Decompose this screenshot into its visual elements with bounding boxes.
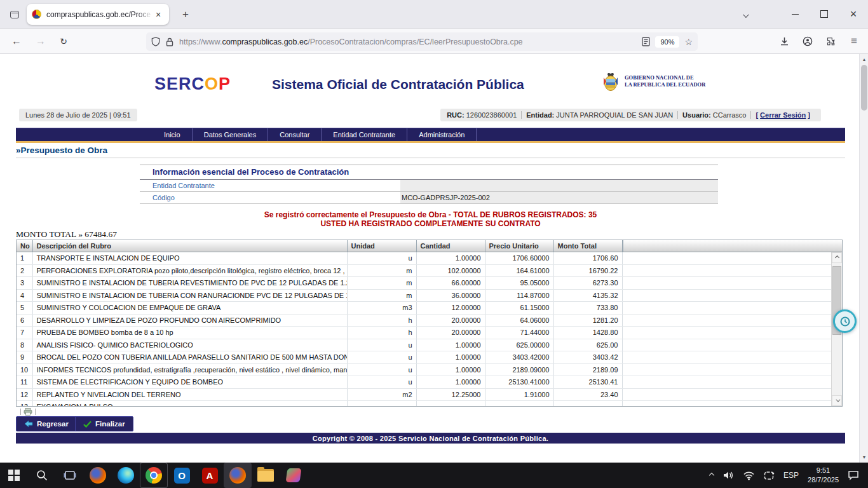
- account-icon[interactable]: [799, 33, 817, 50]
- cell-no: 12: [17, 388, 32, 401]
- column-header[interactable]: Monto Total: [553, 240, 622, 252]
- nav-menu-item[interactable]: Consultar: [268, 128, 322, 141]
- new-tab-button[interactable]: [178, 7, 193, 22]
- table-row[interactable]: 4 SUMINISTRO E INSTALACION DE TUBERIA CO…: [17, 289, 832, 302]
- edge-icon[interactable]: [112, 463, 140, 488]
- cell-descripcion: SISTEMA DE ELECTRIFICACION Y EQUIPO DE B…: [32, 376, 347, 389]
- nav-menu-item[interactable]: Administración: [407, 128, 477, 141]
- bookmark-star-icon[interactable]: [684, 37, 693, 47]
- minimize-button[interactable]: [780, 0, 810, 28]
- search-icon[interactable]: [28, 463, 56, 488]
- page-scrollbar-thumb[interactable]: [861, 65, 867, 111]
- downloads-icon[interactable]: [775, 33, 793, 50]
- info-box-title: Información esencial del Proceso de Cont…: [140, 165, 718, 180]
- browser-tab[interactable]: compraspublicas.gob.ec/Proce: [27, 4, 169, 25]
- table-row[interactable]: 8 ANALISIS FISICO- QUIMICO BACTERIOLOGIC…: [17, 339, 832, 351]
- cell-cantidad: 36.00000: [416, 289, 485, 302]
- maximize-button[interactable]: [810, 0, 839, 28]
- cell-precio-unitario: [485, 401, 553, 406]
- extensions-puzzle-icon[interactable]: [822, 33, 839, 50]
- table-row[interactable]: 2 PERFORACIONES EXPLORATORIA pozo piloto…: [17, 264, 832, 277]
- cell-unidad: u: [347, 252, 416, 265]
- cell-monto-total: 3403.42: [553, 351, 622, 364]
- cell-descripcion: INFORMES TECNICOS profundidad, estratigr…: [32, 363, 347, 376]
- cell-no: 6: [17, 314, 32, 327]
- cell-no: 1: [17, 252, 32, 265]
- url-text[interactable]: https://www.compraspublicas.gob.ec/Proce…: [179, 37, 637, 46]
- firefox-icon[interactable]: [84, 463, 112, 488]
- table-row[interactable]: 12 REPLANTEO Y NIVELACION DEL TERRENO m2…: [17, 388, 832, 401]
- logout-link[interactable]: [ Cerrar Sesión ]: [750, 111, 815, 119]
- table-scroll-up-icon[interactable]: [832, 252, 842, 263]
- screen-snip-icon[interactable]: [764, 471, 775, 480]
- print-row: [18, 408, 38, 416]
- finalizar-button[interactable]: Finalizar: [75, 416, 133, 431]
- tab-close-icon[interactable]: [153, 9, 164, 20]
- table-row[interactable]: 3 SUMINISTRO E INSTALACION DE TUBERIA RE…: [17, 277, 832, 290]
- lock-icon[interactable]: [166, 37, 173, 46]
- cell-descripcion: PERFORACIONES EXPLORATORIA pozo piloto,d…: [32, 264, 347, 277]
- table-row[interactable]: 1 TRANSPORTE E INSTALACION DE EQUIPO u 1…: [17, 252, 832, 265]
- language-indicator[interactable]: ESP: [783, 471, 799, 480]
- file-explorer-icon[interactable]: [252, 463, 280, 488]
- floating-extension-button[interactable]: [833, 309, 857, 333]
- page-scroll-down-icon[interactable]: [860, 452, 868, 462]
- printer-icon[interactable]: [24, 408, 32, 416]
- start-button[interactable]: [0, 463, 28, 488]
- volume-icon[interactable]: [722, 470, 734, 480]
- chrome-icon[interactable]: [140, 463, 168, 488]
- firefox-active-icon[interactable]: [224, 463, 252, 488]
- cell-monto-total: 1428.80: [553, 327, 622, 339]
- table-row[interactable]: 7 PRUEBA DE BOMBEO bomba de 8 a 10 hp h …: [17, 327, 832, 339]
- forward-button[interactable]: [32, 33, 50, 50]
- table-row[interactable]: 13 EXCAVACION A PULSO: [17, 401, 832, 406]
- url-domain: compraspublicas.gob.ec: [222, 37, 308, 46]
- regresar-button[interactable]: Regresar: [16, 416, 77, 431]
- shield-icon[interactable]: [151, 37, 160, 46]
- column-header[interactable]: Descripción del Rubro: [32, 240, 347, 252]
- nav-menu-item[interactable]: Datos Generales: [193, 128, 269, 141]
- table-row[interactable]: 9 BROCAL DEL POZO CON TUBERIA ANILLADA P…: [17, 351, 832, 364]
- browser-toolbar: https://www.compraspublicas.gob.ec/Proce…: [0, 29, 868, 54]
- cell-precio-unitario: 625.00000: [485, 339, 553, 351]
- cell-descripcion: BROCAL DEL POZO CON TUBERIA ANILLADA PAR…: [32, 351, 347, 364]
- hidden-icons-chevron[interactable]: [709, 473, 714, 478]
- table-scroll-down-icon[interactable]: [832, 395, 842, 406]
- nav-menu-item[interactable]: Inicio: [153, 128, 193, 141]
- capture-tool-icon[interactable]: [280, 463, 308, 488]
- back-button[interactable]: [8, 33, 25, 50]
- acrobat-icon[interactable]: A: [196, 463, 224, 488]
- cell-no: 8: [17, 339, 32, 351]
- close-window-button[interactable]: [839, 0, 868, 28]
- outlook-icon[interactable]: O: [168, 463, 196, 488]
- notifications-icon[interactable]: [848, 470, 859, 480]
- cell-monto-total: 6273.30: [553, 277, 622, 290]
- cell-cantidad: 1.00000: [416, 351, 485, 364]
- page-scrollbar[interactable]: [859, 54, 868, 463]
- reader-mode-icon[interactable]: [642, 37, 650, 46]
- cell-precio-unitario: 1706.60000: [485, 252, 553, 265]
- table-row[interactable]: 10 INFORMES TECNICOS profundidad, estrat…: [17, 363, 832, 376]
- cell-precio-unitario: 164.61000: [485, 264, 553, 277]
- wifi-icon[interactable]: [743, 471, 755, 480]
- table-row[interactable]: 5 SUMINISTRO Y COLOCACION DE EMPAQUE DE …: [17, 302, 832, 315]
- column-header[interactable]: Precio Unitario: [485, 240, 553, 252]
- task-view-icon[interactable]: [56, 463, 84, 488]
- cell-monto-total: 25130.41: [553, 376, 622, 389]
- zoom-level-badge[interactable]: 90%: [655, 36, 679, 48]
- table-row[interactable]: 11 SISTEMA DE ELECTRIFICACION Y EQUIPO D…: [17, 376, 832, 389]
- url-bar[interactable]: https://www.compraspublicas.gob.ec/Proce…: [146, 32, 698, 51]
- cell-cantidad: 20.00000: [416, 314, 485, 327]
- reload-button[interactable]: [55, 33, 72, 50]
- column-header[interactable]: No: [17, 240, 32, 252]
- system-tray: ESP 9:51 28/7/2025: [710, 466, 868, 485]
- column-header[interactable]: Cantidad: [416, 240, 485, 252]
- column-header[interactable]: Unidad: [347, 240, 416, 252]
- firefox-view-icon[interactable]: [6, 6, 23, 23]
- clock[interactable]: 9:51 28/7/2025: [808, 466, 839, 485]
- nav-menu-item[interactable]: Entidad Contratante: [322, 128, 407, 141]
- table-row[interactable]: 6 DESARROLLO Y LIMPIEZA DE POZO PROFUNDO…: [17, 314, 832, 327]
- page-scroll-up-icon[interactable]: [860, 55, 868, 64]
- list-all-tabs-icon[interactable]: [737, 9, 752, 22]
- hamburger-menu-icon[interactable]: [845, 33, 863, 50]
